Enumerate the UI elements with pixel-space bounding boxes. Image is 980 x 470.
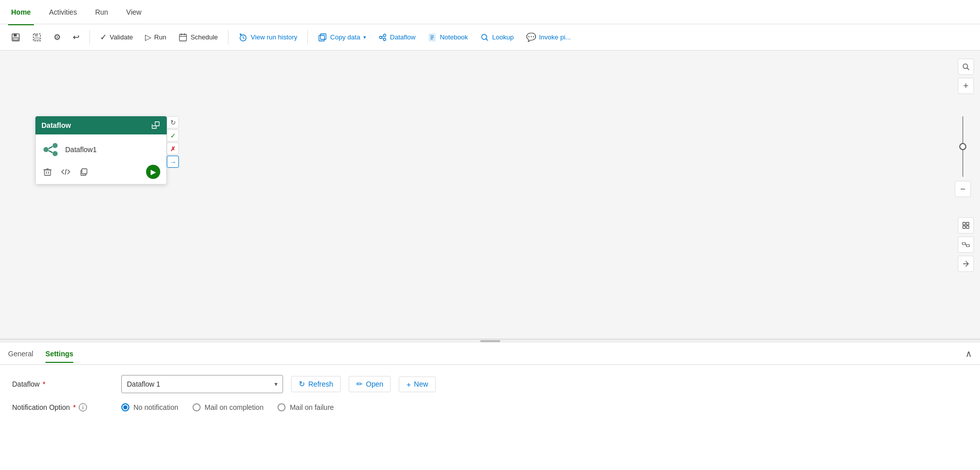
menu-item-home[interactable]: Home bbox=[8, 6, 34, 18]
validate-label: Validate bbox=[110, 33, 133, 41]
run-label: Run bbox=[154, 33, 166, 41]
open-icon: ✏ bbox=[356, 380, 363, 389]
validate-button[interactable]: ✓ Validate bbox=[95, 29, 138, 45]
search-canvas-button[interactable] bbox=[958, 59, 974, 75]
radio-circle-failure bbox=[277, 403, 286, 411]
side-refresh-icon[interactable]: ↻ bbox=[167, 116, 179, 128]
schedule-button[interactable]: Schedule bbox=[173, 30, 223, 45]
radio-circle-no-notification bbox=[121, 403, 129, 411]
dataflow-toolbar-label: Dataflow bbox=[390, 33, 416, 41]
zoom-thumb[interactable] bbox=[959, 143, 966, 150]
side-success-icon[interactable]: ✓ bbox=[167, 129, 179, 142]
save-as-button[interactable] bbox=[27, 30, 46, 45]
resize-grip bbox=[480, 340, 500, 342]
invoke-button[interactable]: 💬 Invoke pi... bbox=[521, 29, 576, 45]
card-delete-button[interactable] bbox=[42, 166, 53, 177]
dataflow-dropdown-value: Dataflow 1 bbox=[127, 380, 160, 388]
svg-rect-36 bbox=[82, 169, 87, 174]
settings-icon: ⚙ bbox=[54, 32, 61, 42]
svg-line-16 bbox=[382, 36, 383, 37]
undo-button[interactable]: ↩ bbox=[68, 29, 84, 45]
side-error-icon[interactable]: ✗ bbox=[167, 143, 179, 155]
menu-item-activities[interactable]: Activities bbox=[46, 6, 80, 18]
card-run-button[interactable]: ▶ bbox=[146, 165, 160, 179]
card-title: Dataflow bbox=[41, 121, 71, 129]
schedule-icon bbox=[178, 33, 188, 42]
notification-form-row: Notification Option * i No notification … bbox=[12, 403, 968, 411]
zoom-slider: − bbox=[955, 116, 971, 197]
copy-data-button[interactable]: Copy data ▾ bbox=[313, 30, 370, 45]
svg-rect-12 bbox=[320, 34, 326, 39]
svg-rect-6 bbox=[179, 34, 186, 41]
refresh-icon: ↻ bbox=[299, 380, 305, 389]
zoom-out-button[interactable]: − bbox=[955, 181, 971, 197]
svg-rect-40 bbox=[966, 222, 969, 225]
invoke-icon: 💬 bbox=[526, 32, 536, 42]
dataflow-toolbar-button[interactable]: Dataflow bbox=[373, 30, 421, 45]
right-controls: + bbox=[958, 59, 974, 94]
radio-mail-completion[interactable]: Mail on completion bbox=[193, 403, 264, 411]
save-button[interactable] bbox=[6, 30, 25, 45]
lookup-label: Lookup bbox=[492, 33, 514, 41]
bottom-content: Dataflow * Dataflow 1 ▾ ↻ Refresh ✏ Open… bbox=[0, 365, 980, 421]
fit-canvas-button[interactable] bbox=[958, 217, 974, 233]
svg-rect-44 bbox=[966, 245, 969, 247]
radio-mail-failure[interactable]: Mail on failure bbox=[277, 403, 334, 411]
dataflow-icon bbox=[378, 33, 387, 42]
divider-1 bbox=[89, 30, 90, 44]
collapse-expand-button[interactable] bbox=[958, 256, 974, 272]
run-arrow-icon: ▶ bbox=[151, 168, 156, 176]
radio-circle-completion bbox=[193, 403, 201, 411]
tab-general[interactable]: General bbox=[8, 345, 33, 363]
arrange-button[interactable] bbox=[958, 237, 974, 253]
notebook-button[interactable]: Notebook bbox=[423, 30, 473, 45]
svg-rect-2 bbox=[13, 37, 18, 40]
card-external-link-button[interactable] bbox=[151, 120, 161, 130]
dataflow-dropdown[interactable]: Dataflow 1 ▾ bbox=[121, 375, 283, 393]
svg-rect-41 bbox=[963, 226, 965, 228]
notification-required-star: * bbox=[73, 403, 75, 411]
card-content-row: Dataflow1 bbox=[42, 140, 160, 159]
svg-line-17 bbox=[382, 37, 383, 38]
settings-button[interactable]: ⚙ bbox=[49, 29, 66, 45]
card-copy-button[interactable] bbox=[78, 166, 89, 177]
refresh-button[interactable]: ↻ Refresh bbox=[291, 376, 341, 392]
svg-point-26 bbox=[43, 147, 49, 152]
run-button[interactable]: ▷ Run bbox=[140, 29, 171, 45]
open-button[interactable]: ✏ Open bbox=[349, 376, 391, 392]
card-activity-name: Dataflow1 bbox=[65, 146, 97, 154]
menu-item-run[interactable]: Run bbox=[92, 6, 111, 18]
svg-rect-31 bbox=[44, 170, 51, 175]
dataflow-card: Dataflow Dataflow1 bbox=[35, 116, 167, 184]
svg-rect-39 bbox=[963, 222, 965, 225]
view-run-history-button[interactable]: View run history bbox=[234, 30, 302, 45]
zoom-in-button[interactable]: + bbox=[958, 78, 974, 94]
svg-line-30 bbox=[49, 151, 53, 153]
bottom-panel: General Settings ∧ Dataflow * Dataflow 1… bbox=[0, 339, 980, 470]
new-button[interactable]: + New bbox=[399, 377, 436, 392]
svg-rect-1 bbox=[14, 34, 17, 36]
card-header: Dataflow bbox=[35, 116, 167, 134]
menu-item-view[interactable]: View bbox=[123, 6, 145, 18]
invoke-label: Invoke pi... bbox=[539, 33, 571, 41]
zoom-track bbox=[962, 116, 963, 177]
svg-point-15 bbox=[383, 38, 386, 40]
card-code-button[interactable] bbox=[60, 166, 71, 177]
collapse-panel-button[interactable]: ∧ bbox=[965, 348, 972, 359]
lookup-button[interactable]: Lookup bbox=[475, 30, 519, 45]
dataflow-card-icon bbox=[42, 140, 60, 159]
tab-settings[interactable]: Settings bbox=[45, 345, 73, 363]
notification-info-icon[interactable]: i bbox=[79, 403, 87, 411]
tab-group: General Settings bbox=[8, 345, 73, 363]
svg-line-38 bbox=[967, 68, 969, 70]
svg-point-13 bbox=[379, 36, 382, 38]
required-star: * bbox=[42, 380, 45, 388]
svg-line-34 bbox=[65, 169, 66, 174]
bottom-tabs: General Settings ∧ bbox=[0, 343, 980, 365]
radio-no-notification[interactable]: No notification bbox=[121, 403, 178, 411]
card-actions: ▶ bbox=[42, 165, 160, 179]
undo-icon: ↩ bbox=[73, 32, 79, 42]
dataflow-form-row: Dataflow * Dataflow 1 ▾ ↻ Refresh ✏ Open… bbox=[12, 375, 968, 393]
side-arrow-icon[interactable]: → bbox=[167, 156, 179, 168]
svg-point-27 bbox=[53, 143, 58, 148]
